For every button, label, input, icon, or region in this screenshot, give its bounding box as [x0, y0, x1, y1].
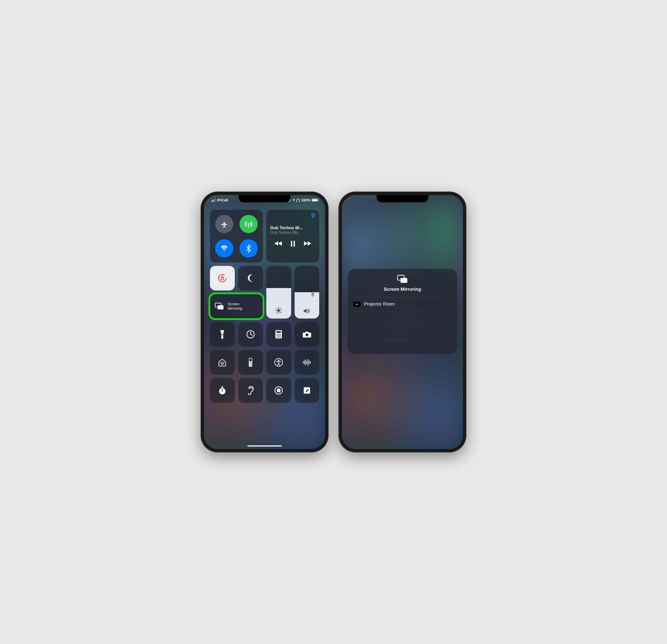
bluetooth-toggle[interactable] [240, 239, 258, 258]
volume-fill [295, 292, 320, 319]
apple-tv-icon: tv [353, 302, 361, 307]
location-status-icon [292, 199, 295, 202]
svg-line-20 [280, 308, 281, 309]
screen-mirroring-icon [348, 274, 457, 284]
orientation-lock-toggle[interactable] [210, 266, 235, 290]
svg-point-46 [251, 364, 251, 364]
svg-rect-26 [276, 331, 281, 333]
mirror-device-row[interactable]: tv Projector Room [348, 297, 457, 311]
svg-point-27 [277, 334, 278, 335]
svg-point-30 [277, 335, 278, 336]
svg-point-29 [280, 334, 281, 335]
svg-point-43 [249, 363, 250, 363]
volume-icon [303, 308, 311, 314]
svg-point-32 [280, 335, 281, 336]
notes-button[interactable] [295, 378, 320, 403]
svg-point-37 [221, 363, 223, 364]
svg-point-62 [277, 388, 281, 392]
brightness-slider[interactable] [266, 266, 291, 319]
battery-pct-label: 100% [301, 198, 310, 202]
svg-rect-23 [222, 334, 223, 336]
carrier-label: iFiCall [217, 198, 228, 202]
home-indicator[interactable] [247, 445, 282, 447]
mirror-panel-title: Screen Mirroring [348, 287, 457, 292]
svg-rect-2 [299, 200, 300, 202]
svg-point-10 [218, 274, 226, 282]
cell-signal-icon [211, 198, 216, 202]
control-center: Dub Techno Bl... Dub Techno Blo... [204, 195, 325, 449]
media-pause-button[interactable] [290, 241, 295, 247]
voice-memos-button[interactable] [295, 350, 320, 375]
flashlight-button[interactable] [210, 322, 235, 347]
svg-rect-9 [294, 241, 295, 247]
notch [239, 195, 290, 203]
screen-mirroring-label-1: Screen [228, 302, 242, 306]
screen-mirroring-panel: Screen Mirroring tv Projector Room [348, 269, 457, 354]
svg-point-49 [278, 360, 279, 361]
screen-recording-button[interactable] [266, 378, 291, 403]
svg-point-3 [248, 223, 249, 225]
svg-point-60 [222, 391, 223, 392]
iphone-frame-left: iFiCall VPN 100% [200, 192, 329, 452]
svg-line-18 [280, 312, 281, 313]
svg-point-34 [278, 337, 279, 338]
svg-rect-22 [217, 305, 224, 309]
svg-point-33 [277, 337, 278, 338]
timer-button[interactable] [238, 322, 263, 347]
svg-point-35 [280, 337, 281, 338]
svg-rect-47 [251, 365, 251, 366]
accessibility-button[interactable] [266, 350, 291, 375]
apple-tv-remote-button[interactable] [238, 350, 263, 375]
mirror-empty-row [348, 325, 457, 340]
airplane-mode-toggle[interactable] [215, 215, 233, 233]
connectivity-module[interactable] [210, 210, 263, 262]
svg-point-7 [313, 215, 313, 215]
svg-rect-1 [297, 200, 297, 202]
camera-button[interactable] [295, 322, 320, 347]
headphones-status-icon [296, 198, 300, 202]
svg-point-36 [306, 333, 308, 336]
mirror-device-name: Projector Room [364, 302, 395, 307]
screen-left: iFiCall VPN 100% [204, 195, 325, 449]
stopwatch-button[interactable] [210, 378, 235, 403]
home-button[interactable] [210, 350, 235, 375]
screen-mirroring-icon [214, 302, 224, 310]
media-prev-button[interactable] [274, 241, 282, 247]
screen-right: Screen Mirroring tv Projector Room [342, 195, 463, 449]
svg-point-45 [249, 364, 250, 364]
svg-rect-11 [221, 278, 224, 280]
svg-rect-8 [291, 241, 292, 247]
media-subtitle: Dub Techno Blo... [270, 230, 315, 235]
cellular-data-toggle[interactable] [240, 215, 258, 233]
svg-rect-65 [401, 278, 407, 283]
svg-line-19 [276, 312, 277, 313]
svg-point-31 [278, 335, 279, 336]
volume-slider[interactable] [295, 266, 320, 319]
media-module[interactable]: Dub Techno Bl... Dub Techno Blo... [266, 210, 319, 262]
svg-line-17 [276, 308, 277, 309]
do-not-disturb-toggle[interactable] [238, 266, 263, 290]
svg-point-28 [278, 334, 279, 335]
mirror-empty-row [348, 340, 457, 354]
media-title: Dub Techno Bl... [270, 225, 315, 230]
battery-icon [311, 198, 318, 202]
media-next-button[interactable] [304, 241, 311, 247]
svg-point-44 [251, 363, 251, 363]
svg-rect-58 [221, 386, 223, 387]
wifi-toggle[interactable] [215, 239, 233, 258]
hearing-button[interactable] [238, 378, 263, 403]
svg-point-12 [277, 309, 280, 312]
volume-bluetooth-icon [311, 291, 314, 297]
svg-rect-42 [249, 358, 252, 361]
notch [377, 195, 428, 203]
calculator-button[interactable] [266, 322, 291, 347]
screen-mirroring-button[interactable]: Screen Mirroring [210, 294, 263, 319]
iphone-frame-right: Screen Mirroring tv Projector Room [338, 192, 467, 452]
brightness-icon [275, 307, 282, 314]
airplay-active-icon [310, 213, 316, 218]
mirror-empty-row [348, 311, 457, 325]
screen-mirroring-label-2: Mirroring [228, 306, 242, 311]
